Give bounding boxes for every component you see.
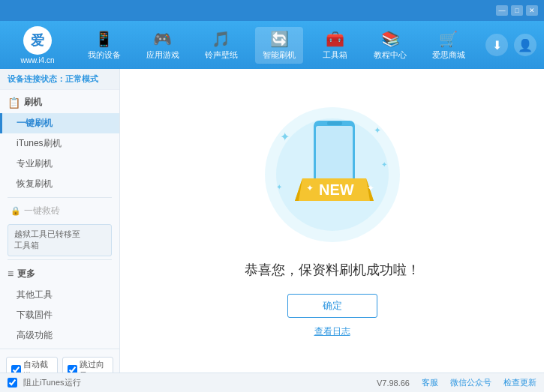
logo[interactable]: 爱 www.i4.cn — [8, 26, 68, 64]
svg-text:✦: ✦ — [280, 130, 290, 143]
bottom-left: 阻止iTunes运行 — [8, 377, 81, 388]
skip-wizard-label: 跳过向导 — [80, 359, 109, 373]
update-link[interactable]: 检查更新 — [503, 377, 536, 388]
content-area: ✦ ✦ ✦ ✦ NEW — [120, 69, 544, 373]
sidebar-locked-rescue: 🔒 一键救砖 — [0, 201, 119, 221]
checkbox-area: 自动截送 跳过向导 — [0, 349, 119, 373]
more-section-icon: ≡ — [8, 268, 14, 280]
tutorials-icon: 📚 — [381, 30, 400, 48]
svg-text:✦: ✦ — [367, 183, 374, 193]
sidebar-item-one-key-flash[interactable]: 一键刷机 — [0, 113, 119, 133]
ringtones-icon: 🎵 — [212, 30, 230, 48]
maximize-button[interactable]: □ — [511, 5, 523, 16]
flash-section-label: 刷机 — [24, 96, 42, 109]
bottom-right: V7.98.66 客服 微信公众号 检查更新 — [377, 377, 536, 388]
auto-send-input[interactable] — [11, 365, 21, 373]
close-button[interactable]: ✕ — [526, 5, 538, 16]
nav-tutorials[interactable]: 📚 教程中心 — [366, 27, 414, 64]
more-section-label: 更多 — [17, 268, 35, 280]
my-device-icon: 📱 — [95, 30, 113, 48]
lock-icon: 🔒 — [11, 206, 21, 216]
version-label: V7.98.66 — [377, 379, 410, 388]
sidebar: 设备连接状态：正常模式 📋 刷机 一键刷机 iTunes刷机 专业刷机 恢复刷机… — [0, 69, 120, 373]
nav-toolbox[interactable]: 🧰 工具箱 — [314, 27, 356, 64]
illustration-svg: ✦ ✦ ✦ ✦ NEW — [257, 100, 407, 265]
checkbox-row: 自动截送 跳过向导 — [6, 354, 113, 373]
nav-my-device[interactable]: 📱 我的设备 — [80, 27, 128, 64]
diary-link[interactable]: 查看日志 — [314, 325, 350, 338]
download-button[interactable]: ⬇ — [485, 34, 508, 56]
nav-bar: 📱 我的设备 🎮 应用游戏 🎵 铃声壁纸 🔄 智能刷机 🧰 工具箱 📚 教程中心… — [75, 27, 478, 64]
sidebar-item-itunes-flash[interactable]: iTunes刷机 — [0, 133, 119, 154]
user-button[interactable]: 👤 — [514, 34, 536, 56]
svg-text:✦: ✦ — [306, 183, 314, 193]
nav-apps-games-label: 应用游戏 — [146, 49, 179, 61]
sidebar-section-more: ≡ 更多 — [0, 263, 119, 285]
bottombar: 阻止iTunes运行 V7.98.66 客服 微信公众号 检查更新 — [0, 373, 544, 392]
titlebar: — □ ✕ — [0, 0, 544, 21]
sidebar-item-download-fw[interactable]: 下载固件 — [0, 305, 119, 325]
svg-text:✦: ✦ — [276, 183, 282, 191]
flash-section-icon: 📋 — [8, 97, 20, 109]
svg-text:✦: ✦ — [381, 160, 387, 169]
mall-icon: 🛒 — [439, 30, 458, 48]
confirm-btn-label: 确定 — [323, 299, 342, 313]
itunes-status-checkbox[interactable] — [8, 378, 17, 388]
smart-flash-icon: 🔄 — [270, 30, 289, 48]
apps-games-icon: 🎮 — [153, 30, 172, 48]
jailbreak-notice: 越狱工具已转移至工具箱 — [8, 224, 112, 256]
auto-send-label: 自动截送 — [23, 359, 53, 373]
svg-text:NEW: NEW — [319, 181, 354, 198]
status-label: 设备连接状态： — [8, 74, 65, 83]
minimize-button[interactable]: — — [496, 5, 508, 16]
toolbox-icon: 🧰 — [326, 30, 344, 48]
sidebar-item-restore-flash[interactable]: 恢复刷机 — [0, 174, 119, 194]
header: 爱 www.i4.cn 📱 我的设备 🎮 应用游戏 🎵 铃声壁纸 🔄 智能刷机 … — [0, 21, 544, 69]
logo-icon: 爱 — [23, 26, 52, 55]
auto-send-checkbox[interactable]: 自动截送 — [6, 357, 58, 373]
svg-text:✦: ✦ — [374, 125, 381, 136]
nav-smart-flash[interactable]: 🔄 智能刷机 — [255, 27, 303, 64]
connection-status: 设备连接状态：正常模式 — [0, 69, 119, 90]
nav-tutorials-label: 教程中心 — [374, 49, 407, 61]
main-area: 设备连接状态：正常模式 📋 刷机 一键刷机 iTunes刷机 专业刷机 恢复刷机… — [0, 69, 544, 373]
skip-wizard-checkbox[interactable]: 跳过向导 — [62, 357, 114, 373]
svg-rect-8 — [316, 126, 353, 183]
svg-rect-9 — [327, 121, 342, 125]
nav-smart-flash-label: 智能刷机 — [263, 49, 296, 61]
nav-mall-label: 爱思商城 — [432, 49, 465, 61]
sidebar-item-advanced[interactable]: 高级功能 — [0, 325, 119, 346]
nav-ringtones[interactable]: 🎵 铃声壁纸 — [197, 27, 245, 64]
jailbreak-text: 越狱工具已转移至工具箱 — [14, 229, 80, 250]
nav-ringtones-label: 铃声壁纸 — [205, 49, 238, 61]
status-value: 正常模式 — [65, 74, 98, 83]
divider-1 — [8, 197, 112, 198]
service-link[interactable]: 客服 — [422, 377, 438, 388]
header-right: ⬇ 👤 — [485, 34, 536, 56]
wechat-link[interactable]: 微信公众号 — [450, 377, 491, 388]
nav-mall[interactable]: 🛒 爱思商城 — [425, 27, 473, 64]
nav-my-device-label: 我的设备 — [88, 49, 121, 61]
sidebar-item-pro-flash[interactable]: 专业刷机 — [0, 154, 119, 174]
nav-apps-games[interactable]: 🎮 应用游戏 — [139, 27, 187, 64]
locked-label: 一键救砖 — [24, 205, 60, 217]
success-illustration: ✦ ✦ ✦ ✦ NEW — [257, 103, 407, 261]
itunes-status-label: 阻止iTunes运行 — [23, 377, 81, 388]
skip-wizard-input[interactable] — [68, 365, 77, 373]
divider-2 — [8, 259, 112, 260]
logo-url: www.i4.cn — [20, 56, 54, 64]
sidebar-section-flash: 📋 刷机 — [0, 91, 119, 113]
confirm-button[interactable]: 确定 — [287, 294, 377, 318]
nav-toolbox-label: 工具箱 — [323, 49, 347, 61]
sidebar-item-other-tools[interactable]: 其他工具 — [0, 285, 119, 305]
